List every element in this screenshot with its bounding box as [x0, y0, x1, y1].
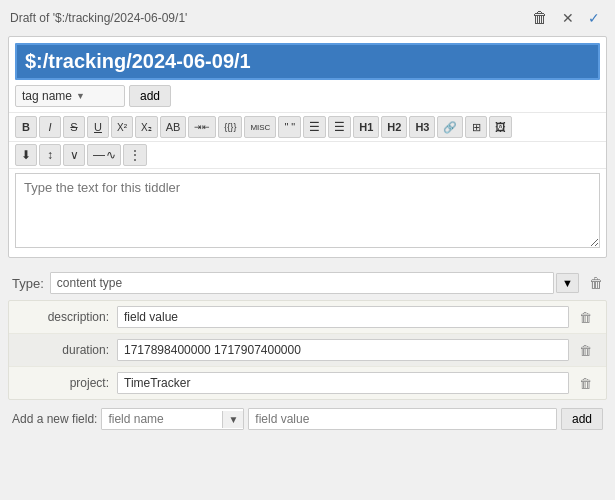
top-bar-actions: 🗑 ✕ ✓ [527, 6, 605, 30]
field-value-description[interactable] [117, 306, 569, 328]
superscript-button[interactable]: X² [111, 116, 133, 138]
add-tag-button[interactable]: add [129, 85, 171, 107]
tags-row: tag name ▼ add [9, 80, 606, 112]
body-textarea[interactable] [15, 173, 600, 248]
type-label: Type: [12, 276, 44, 291]
heading3-button[interactable]: H3 [409, 116, 435, 138]
top-bar: Draft of '$:/tracking/2024-06-09/1' 🗑 ✕ … [0, 0, 615, 36]
heading1-button[interactable]: H1 [353, 116, 379, 138]
field-value-project[interactable] [117, 372, 569, 394]
bullet-list-button[interactable]: ☰ [303, 116, 326, 138]
field-label-duration: duration: [17, 343, 117, 357]
transclusion-button[interactable]: {{}} [218, 116, 242, 138]
add-field-chevron-icon[interactable]: ▼ [222, 411, 243, 428]
formatting-toolbar-2: ⬇ ↕ ∨ — ∿ ⋮ [9, 142, 606, 169]
text-area-wrap [9, 169, 606, 257]
fields-section: Type: ▼ 🗑 description: 🗑 duration: 🗑 pro… [8, 266, 607, 434]
fields-table: description: 🗑 duration: 🗑 project: 🗑 [8, 300, 607, 400]
tag-selector[interactable]: tag name ▼ [15, 85, 125, 107]
macro-button[interactable]: MISC [244, 116, 276, 138]
field-label-description: description: [17, 310, 117, 324]
type-dropdown-button[interactable]: ▼ [556, 273, 579, 293]
link-button[interactable]: 🔗 [437, 116, 463, 138]
soft-linebreak-button[interactable]: ↕ [39, 144, 61, 166]
uppercase-button[interactable]: AB [160, 116, 187, 138]
add-field-button[interactable]: add [561, 408, 603, 430]
title-row [9, 37, 606, 80]
type-input[interactable] [50, 272, 554, 294]
add-field-name-wrap: ▼ [101, 408, 244, 430]
table-button[interactable]: ⊞ [465, 116, 487, 138]
strikethrough-button[interactable]: S [63, 116, 85, 138]
blockquote-button[interactable]: " " [278, 116, 301, 138]
table-row: description: 🗑 [9, 301, 606, 334]
type-delete-button[interactable]: 🗑 [585, 273, 607, 293]
underline-button[interactable]: U [87, 116, 109, 138]
image-button[interactable]: 🖼 [489, 116, 512, 138]
field-delete-duration[interactable]: 🗑 [573, 341, 598, 360]
numbered-list-button[interactable]: ☰ [328, 116, 351, 138]
subscript-button[interactable]: X₂ [135, 116, 158, 138]
formatting-toolbar: B I S U X² X₂ AB ⇥⇤ {{}} MISC " " ☰ ☰ H1… [9, 112, 606, 142]
table-row: project: 🗑 [9, 367, 606, 399]
table-row: duration: 🗑 [9, 334, 606, 367]
nowiki-button[interactable]: ⇥⇤ [188, 116, 216, 138]
confirm-button[interactable]: ✓ [583, 6, 605, 30]
more-button[interactable]: ⋮ [123, 144, 147, 166]
add-field-value-input[interactable] [248, 408, 557, 430]
tag-chevron-icon: ▼ [76, 91, 85, 101]
field-delete-description[interactable]: 🗑 [573, 308, 598, 327]
hard-linebreak-button[interactable]: ⬇ [15, 144, 37, 166]
title-input[interactable] [15, 43, 600, 80]
add-field-label: Add a new field: [12, 412, 97, 426]
add-field-name-input[interactable] [102, 409, 222, 429]
italic-button[interactable]: I [39, 116, 61, 138]
type-row: Type: ▼ 🗑 [8, 266, 607, 300]
horizontal-rule-button[interactable]: — ∿ [87, 144, 121, 166]
field-label-project: project: [17, 376, 117, 390]
field-delete-project[interactable]: 🗑 [573, 374, 598, 393]
tag-placeholder: tag name [22, 89, 72, 103]
cancel-button[interactable]: ✕ [557, 6, 579, 30]
bold-button[interactable]: B [15, 116, 37, 138]
dropdown-button[interactable]: ∨ [63, 144, 85, 166]
editor-container: tag name ▼ add B I S U X² X₂ AB ⇥⇤ {{}} … [8, 36, 607, 258]
draft-title: Draft of '$:/tracking/2024-06-09/1' [10, 11, 187, 25]
field-value-duration[interactable] [117, 339, 569, 361]
delete-button[interactable]: 🗑 [527, 6, 553, 30]
heading2-button[interactable]: H2 [381, 116, 407, 138]
type-input-wrap: ▼ [50, 272, 579, 294]
add-field-row: Add a new field: ▼ add [8, 400, 607, 434]
